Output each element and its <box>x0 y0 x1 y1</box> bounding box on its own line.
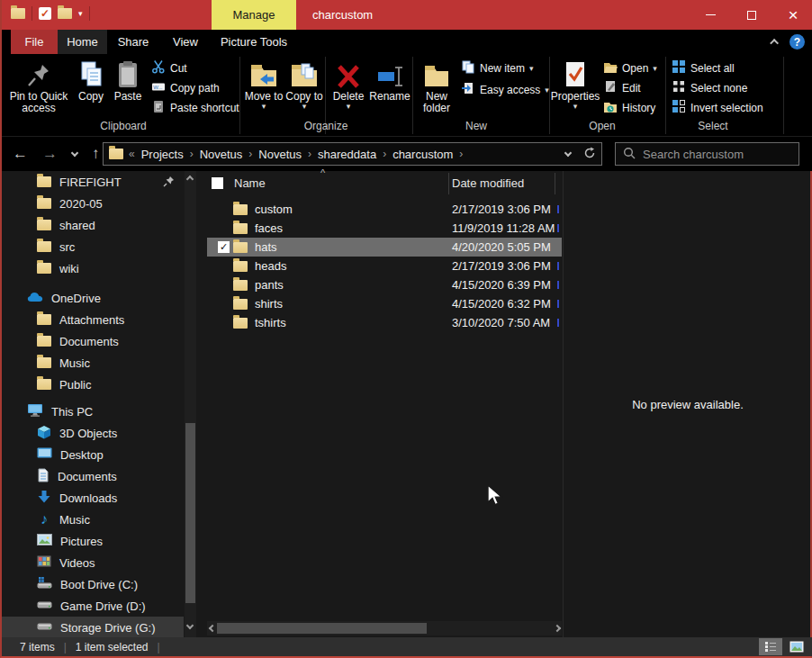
scroll-up-icon[interactable] <box>186 176 194 183</box>
copy-button[interactable]: Copy <box>74 57 108 103</box>
sidebar-item-attachments[interactable]: Attachments <box>2 309 207 330</box>
sidebar-item-documents-onedrive[interactable]: Documents <box>2 330 207 352</box>
sidebar-item-public[interactable]: Public <box>2 374 207 395</box>
tab-view[interactable]: View <box>159 30 212 54</box>
scrollbar-thumb[interactable] <box>217 623 427 634</box>
breadcrumb-shareddata[interactable]: shareddata <box>315 148 379 161</box>
file-row-tshirts[interactable]: tshirts 3/10/2020 7:50 AM <box>207 313 562 332</box>
row-checkbox[interactable]: ✓ <box>218 241 230 253</box>
breadcrumb-charcustom[interactable]: charcustom <box>390 148 456 161</box>
sidebar-scrollbar[interactable] <box>185 171 196 637</box>
tab-share[interactable]: Share <box>107 30 159 54</box>
folder-icon <box>233 242 248 253</box>
tab-picture-tools[interactable]: Picture Tools <box>212 30 296 54</box>
crumb-sep-icon[interactable]: › <box>459 148 463 160</box>
up-button[interactable]: ↑ <box>92 145 100 163</box>
file-row-faces[interactable]: faces 11/9/2019 11:28 AM <box>207 219 562 238</box>
cut-button[interactable]: Cut <box>151 59 187 77</box>
rename-button[interactable]: Rename <box>367 57 412 103</box>
refresh-icon[interactable] <box>583 147 596 162</box>
breadcrumb-novetus[interactable]: Novetus <box>197 148 246 161</box>
tab-file[interactable]: File <box>11 30 58 54</box>
breadcrumb-novetus-2[interactable]: Novetus <box>256 148 304 161</box>
sidebar-item-videos[interactable]: Videos <box>2 552 207 573</box>
file-row-custom[interactable]: custom 2/17/2019 3:06 PM <box>207 200 562 219</box>
new-folder-button[interactable]: New folder <box>416 57 457 114</box>
sidebar-item-pictures[interactable]: Pictures <box>2 530 207 552</box>
open-button[interactable]: Open <box>603 59 657 77</box>
sidebar-item-shared[interactable]: shared <box>2 214 207 236</box>
sidebar-item-firefight[interactable]: FIREFIGHT <box>2 171 207 193</box>
column-header-name[interactable]: Name <box>234 176 266 190</box>
edit-button[interactable]: Edit <box>603 78 641 97</box>
properties-check-icon[interactable]: ✓ <box>39 7 51 20</box>
overflow-icon[interactable]: « <box>129 148 135 160</box>
paste-shortcut-button[interactable]: Paste shortcut <box>151 98 239 117</box>
sidebar-item-music[interactable]: ♪ Music <box>2 509 207 530</box>
scrollbar-thumb[interactable] <box>185 423 195 603</box>
file-row-shirts[interactable]: shirts 4/15/2020 6:32 PM <box>207 294 562 313</box>
sidebar-item-3d-objects[interactable]: 3D Objects <box>2 422 207 444</box>
forward-button[interactable]: → <box>42 145 58 163</box>
details-view-button[interactable] <box>759 638 782 655</box>
crumb-sep-icon[interactable]: › <box>248 148 252 160</box>
copy-path-button[interactable]: W... Copy path <box>151 78 220 97</box>
move-to-button[interactable]: Move to <box>244 57 284 110</box>
select-none-button[interactable]: Select none <box>672 78 747 97</box>
history-button[interactable]: History <box>603 98 655 117</box>
column-divider[interactable] <box>448 173 449 194</box>
column-divider[interactable] <box>555 173 555 194</box>
sidebar-item-src[interactable]: src <box>2 236 207 257</box>
file-row-heads[interactable]: heads 2/17/2019 3:06 PM <box>207 257 562 275</box>
sidebar-item-wiki[interactable]: wiki <box>2 257 207 279</box>
pin-to-quick-access-button[interactable]: Pin to Quick access <box>7 57 70 114</box>
search-input[interactable] <box>643 148 801 161</box>
crumb-sep-icon[interactable]: › <box>308 148 311 160</box>
thumbnail-view-button[interactable] <box>785 638 808 655</box>
tab-home[interactable]: Home <box>58 30 107 54</box>
sidebar-item-2020-05[interactable]: 2020-05 <box>2 193 207 214</box>
edit-icon <box>603 79 618 96</box>
close-button[interactable]: × <box>772 0 812 30</box>
title-bar: ✓ Manage charcustom × <box>2 0 812 30</box>
sidebar-item-boot-drive[interactable]: Boot Drive (C:) <box>2 573 207 595</box>
back-button[interactable]: ← <box>13 145 28 163</box>
sidebar-item-storage-drive[interactable]: Storage Drive (G:) <box>2 617 184 638</box>
scroll-left-icon[interactable] <box>207 626 217 631</box>
easy-access-button[interactable]: Easy access <box>461 80 549 99</box>
paste-button[interactable]: Paste <box>109 57 147 103</box>
crumb-sep-icon[interactable]: › <box>383 148 386 160</box>
sidebar-item-downloads[interactable]: Downloads <box>2 487 207 509</box>
column-header-date-modified[interactable]: Date modified <box>452 176 524 190</box>
copy-to-button[interactable]: Copy to <box>284 57 324 110</box>
scroll-right-icon[interactable] <box>552 626 562 631</box>
sidebar-item-onedrive[interactable]: OneDrive <box>2 287 207 309</box>
invert-selection-button[interactable]: Invert selection <box>672 98 763 117</box>
horizontal-scrollbar[interactable] <box>207 621 562 635</box>
breadcrumb-projects[interactable]: Projects <box>139 148 186 161</box>
file-row-hats[interactable]: ✓ hats 4/20/2020 5:05 PM <box>207 238 562 257</box>
address-bar[interactable]: « Projects› Novetus› Novetus› shareddata… <box>103 142 602 166</box>
minimize-button[interactable] <box>690 0 731 30</box>
folder-icon[interactable] <box>58 8 72 19</box>
qat-dropdown-icon[interactable] <box>78 10 83 17</box>
recent-locations-icon[interactable] <box>71 149 78 156</box>
sidebar-item-documents[interactable]: Documents <box>2 465 207 487</box>
sidebar-item-music-onedrive[interactable]: Music <box>2 352 207 374</box>
address-dropdown-icon[interactable] <box>564 149 572 156</box>
select-all-button[interactable]: Select all <box>672 59 735 77</box>
sidebar-item-this-pc[interactable]: This PC <box>2 401 207 422</box>
sidebar-item-game-drive[interactable]: Game Drive (D:) <box>2 595 207 617</box>
folder-icon[interactable] <box>11 8 25 19</box>
delete-button[interactable]: Delete <box>329 57 368 110</box>
new-item-button[interactable]: New item <box>461 59 534 77</box>
help-icon[interactable] <box>789 34 805 50</box>
scroll-down-icon[interactable] <box>186 622 194 629</box>
select-all-checkbox[interactable] <box>212 177 223 189</box>
crumb-sep-icon[interactable]: › <box>190 148 194 160</box>
manage-contextual-tab[interactable]: Manage <box>212 0 296 30</box>
sidebar-item-desktop[interactable]: Desktop <box>2 444 207 465</box>
maximize-button[interactable] <box>731 0 772 30</box>
properties-button[interactable]: Properties <box>552 57 599 110</box>
file-row-pants[interactable]: pants 4/15/2020 6:39 PM <box>207 275 562 294</box>
